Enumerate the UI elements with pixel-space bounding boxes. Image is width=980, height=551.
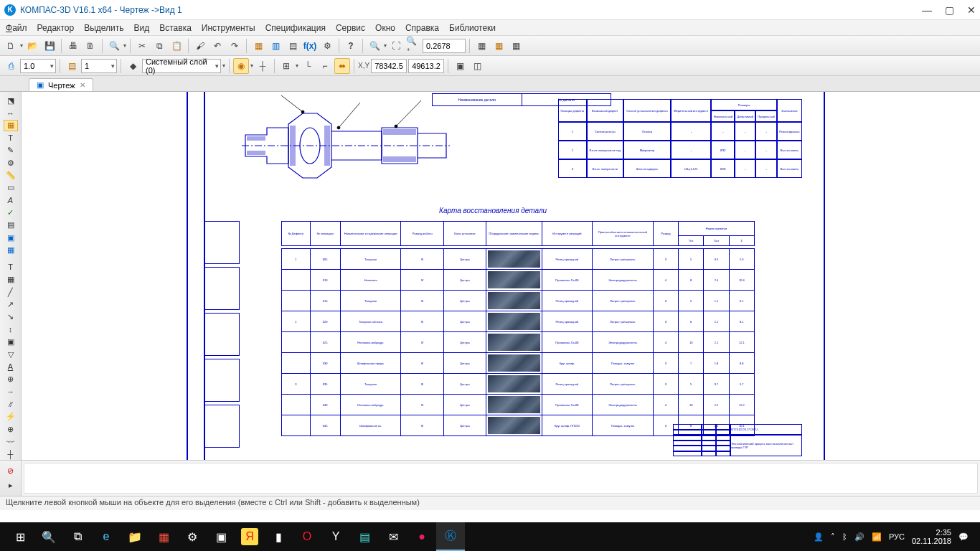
menu-select[interactable]: Выделить (84, 23, 123, 33)
clock[interactable]: 2:35 02.11.2018 (912, 528, 951, 545)
geom-icon[interactable]: ⬔ (4, 95, 18, 106)
settings-icon[interactable]: ⚙ (178, 522, 207, 551)
redo-icon[interactable]: ↷ (227, 38, 242, 54)
tray-up-icon[interactable]: ˄ (831, 532, 835, 542)
close-icon[interactable]: ✕ (967, 4, 976, 16)
layer-num-dropdown[interactable]: 1 (81, 59, 117, 73)
axis2-icon[interactable]: ┼ (4, 448, 18, 460)
menu-file[interactable]: ФФайлайл (6, 23, 27, 33)
prop-stop-icon[interactable]: ⊘ (4, 465, 18, 478)
menu-spec[interactable]: Спецификация (265, 23, 326, 33)
grid1-icon[interactable]: ▦ (473, 38, 489, 54)
layers-icon[interactable]: ▤ (64, 58, 80, 74)
coord-x[interactable]: 78342.5 (371, 59, 407, 73)
edge-icon[interactable]: e (92, 522, 121, 551)
zoom-fit-icon[interactable]: ⛶ (388, 38, 404, 54)
cut-icon[interactable]: ✂ (134, 38, 150, 54)
notif-icon[interactable]: 💬 (958, 532, 969, 542)
print-icon[interactable]: 🖶 (65, 38, 81, 54)
lang-indicator[interactable]: РУС (889, 532, 905, 541)
wave-icon[interactable]: 〰 (4, 435, 18, 447)
ybrowser-icon[interactable]: Y (321, 522, 350, 551)
ordinal-icon[interactable]: ↕ (4, 324, 18, 335)
bt-icon[interactable]: ᛒ (842, 532, 847, 541)
brush-icon[interactable]: 🖌 (192, 38, 208, 54)
undo-icon[interactable]: ↶ (209, 38, 225, 54)
grid3-icon[interactable]: ▦ (508, 38, 524, 54)
app4-icon[interactable]: ▤ (350, 522, 379, 551)
extra2-icon[interactable]: ◫ (469, 58, 485, 74)
app5-icon[interactable]: ✉ (379, 522, 407, 551)
taskview-icon[interactable]: ⧉ (63, 522, 92, 551)
zoom-window-icon[interactable]: 🔍 (367, 38, 382, 54)
menu-window[interactable]: Окно (375, 23, 395, 33)
app6-icon[interactable]: ● (407, 522, 436, 551)
copy-icon[interactable]: ⧉ (151, 38, 167, 54)
ortho-icon[interactable]: └ (300, 58, 316, 74)
extra1-icon[interactable]: ▣ (452, 58, 468, 74)
kompas-taskbar-icon[interactable]: Ⓚ (436, 522, 465, 551)
fx-icon[interactable]: f(x) (302, 38, 318, 54)
spec-icon2[interactable]: ✓ (4, 207, 18, 218)
axis-icon[interactable]: ┼ (255, 58, 270, 74)
a-icon[interactable]: A (4, 194, 18, 206)
menu-service[interactable]: Сервис (336, 23, 365, 33)
maximize-icon[interactable]: ▢ (945, 4, 954, 16)
layer-color-icon[interactable]: ◆ (125, 58, 141, 74)
snap-icon[interactable]: ◉ (233, 58, 249, 74)
app1-icon[interactable]: ▦ (149, 522, 178, 551)
insert-icon[interactable]: ▣ (4, 232, 18, 243)
line-icon[interactable]: ╱ (4, 286, 18, 298)
people-icon[interactable]: 👤 (814, 532, 824, 542)
yandex-icon[interactable]: Я (241, 528, 258, 545)
arrow-icon[interactable]: → (4, 386, 18, 397)
open-icon[interactable]: 📂 (24, 38, 40, 54)
app3-icon[interactable]: ▮ (264, 522, 293, 551)
designation-icon[interactable]: ▦ (4, 120, 18, 132)
center-icon[interactable]: ⊕ (4, 423, 18, 435)
perp-icon[interactable]: ⌐ (317, 58, 333, 74)
save-icon[interactable]: 💾 (42, 38, 57, 54)
vol-icon[interactable]: 🔊 (854, 532, 864, 542)
scale-dropdown[interactable]: 1.0 (20, 59, 56, 73)
meas-icon[interactable]: 📏 (4, 169, 18, 181)
track-icon[interactable]: ⬌ (334, 58, 350, 74)
rough-icon[interactable]: ▽ (4, 349, 18, 360)
layer-dropdown[interactable]: Системный слой (0) (142, 59, 221, 73)
edit-icon[interactable]: ✎ (4, 145, 18, 156)
weld-icon[interactable]: ⚡ (4, 411, 18, 423)
canvas[interactable]: Наименование детали № детали (22, 92, 980, 460)
spec-icon[interactable]: ▥ (268, 38, 283, 54)
minimize-icon[interactable]: — (922, 4, 932, 16)
help-icon[interactable]: ? (343, 38, 359, 54)
menu-insert[interactable]: Вставка (159, 23, 192, 33)
prop-apply-icon[interactable]: ▸ (4, 479, 18, 492)
app2-icon[interactable]: ▣ (207, 522, 235, 551)
leader-icon[interactable]: ↗ (4, 298, 18, 310)
datum-icon[interactable]: A (4, 361, 18, 372)
search-icon[interactable]: 🔍 (34, 522, 63, 551)
opera-icon[interactable]: O (293, 522, 321, 551)
report-icon[interactable]: ▤ (4, 220, 18, 231)
tab-drawing[interactable]: ▣ Чертеж ✕ (29, 78, 93, 91)
dim-icon[interactable]: ↔ (4, 107, 18, 118)
param-icon[interactable]: ⚙ (4, 157, 18, 169)
explorer-icon[interactable]: 📁 (121, 522, 149, 551)
cut-line-icon[interactable]: ⫽ (4, 398, 18, 410)
grid-icon[interactable]: ⊞ (278, 58, 294, 74)
grid2-icon[interactable]: ▦ (491, 38, 507, 54)
start-icon[interactable]: ⊞ (6, 522, 34, 551)
spec2-icon[interactable]: ▤ (285, 38, 301, 54)
preview-icon[interactable]: 🗎 (83, 38, 98, 54)
tol-icon[interactable]: ⊕ (4, 374, 18, 385)
lib-icon[interactable]: ▦ (250, 38, 266, 54)
wifi-icon[interactable]: 📶 (872, 532, 882, 542)
view-icon[interactable]: ▦ (4, 245, 18, 256)
paste-icon[interactable]: 📋 (169, 38, 184, 54)
text-icon[interactable]: T (4, 132, 18, 143)
menu-editor[interactable]: Редактор (37, 23, 75, 33)
select-icon[interactable]: ▭ (4, 182, 18, 194)
coord-y[interactable]: 49613.2 (408, 59, 444, 73)
view-btn[interactable]: ⎙ (3, 58, 19, 74)
var-icon[interactable]: ⚙ (319, 38, 335, 54)
